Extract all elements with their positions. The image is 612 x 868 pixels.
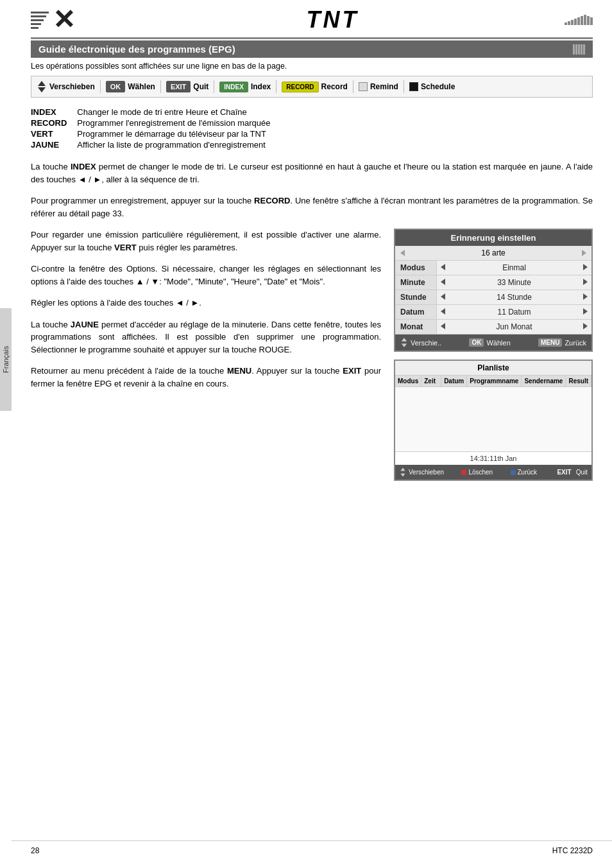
exit-badge: EXIT [166,81,191,92]
header-area: ✕ TNT [31,6,593,39]
schedule-color-box [409,82,418,91]
planliste-header: Modus Zeit Datum Programmname Sendername… [395,376,591,387]
erinnerung-footer-wahlen: OK Wählen [469,338,510,347]
key-vert: VERT [31,128,77,139]
epg-title: Guide électronique des programmes (EPG) [38,44,235,55]
btn-quit: EXIT Quit [166,81,208,92]
key-def-row: JAUNE Afficher la liste de programmation… [31,139,271,150]
minute-label: Minute [395,275,437,290]
planliste-footer-verschieben: Verschieben [399,467,444,478]
erinnerung-footer: Verschie.. OK Wählen MENU Zurück [395,334,591,351]
remind-color-box [359,82,368,91]
paragraph-3c: Régler les options à l'aide des touches … [31,297,381,309]
modus-right-icon [579,261,591,275]
monat-value: Jun Monat [449,320,579,334]
erinnerung-row-minute: Minute 33 Minute [395,275,591,290]
key-jaune: JAUNE [31,139,77,150]
planliste-title: Planliste [395,361,591,376]
wahlen-label: Wählen [128,82,155,91]
col-datum: Datum [441,376,467,386]
paragraph-4: La touche JAUNE permet d'accéder au régl… [31,318,381,356]
btn-remind: Remind [359,82,398,91]
left-arrow-icon [400,250,405,256]
paragraph-3b: Ci-contre la fenêtre des Options. Si néc… [31,263,381,288]
verschieben-label: Verschieben [49,82,95,91]
monat-label: Monat [395,320,437,334]
blue-badge-icon [511,470,516,475]
datum-right-icon [579,305,591,319]
button-bar: Verschieben OK Wählen EXIT Quit INDEX In… [31,76,593,98]
erinnerung-title: Erinnerung einstellen [395,230,591,246]
ok-badge: OK [106,81,126,92]
col-modus: Modus [395,376,421,386]
loschen-label: Löschen [468,469,493,476]
erinnerung-row-datum: Datum 11 Datum [395,305,591,320]
menu-mini-badge: MENU [538,338,562,347]
erinnerung-row-modus: Modus Einmal [395,261,591,275]
arrow-up-icon [38,81,46,86]
paragraph-5: Retourner au menu précédent à l'aide de … [31,365,381,390]
btn-schedule: Schedule [409,82,455,91]
btn-record: RECORD Record [282,82,348,92]
key-record: RECORD [31,117,77,128]
tnt-title: TNT [101,6,565,33]
wahlen-footer-label: Wählen [486,339,510,347]
schedule-label: Schedule [421,82,455,91]
index-badge: INDEX [219,82,248,92]
paragraph-1: La touche INDEX permet de changer le mod… [31,161,593,186]
datum-label: Datum [395,305,437,319]
key-definitions: INDEX Changer le mode de tri entre Heure… [31,107,593,150]
stunde-label: Stunde [395,290,437,304]
remind-label: Remind [370,82,398,91]
minute-value: 33 Minute [449,275,579,290]
erinnerung-footer-zuruck: MENU Zurück [538,338,586,347]
datum-value: 11 Datum [449,305,579,319]
verschieben-footer-label: Verschie.. [411,339,441,347]
right-column: Erinnerung einstellen 16 arte Modus Einm… [394,229,593,481]
stunde-left-icon [437,290,449,304]
btn-verschieben: Verschieben [38,81,95,92]
btn-wahlen: OK Wählen [106,81,155,92]
planliste-date: 14:31:11th Jan [395,451,591,465]
key-vert-desc: Programmer le démarrage du téléviseur pa… [77,128,270,139]
key-index-desc: Changer le mode de tri entre Heure et Ch… [77,107,270,117]
datum-left-icon [437,305,449,319]
page-footer: 28 HTC 2232D [12,840,612,855]
verschieben-planliste-label: Verschieben [409,469,444,476]
page-number: 28 [31,846,39,855]
key-jaune-desc: Afficher la liste de programmation d'enr… [77,139,270,150]
exit-mini-badge: EXIT [554,468,574,476]
ok-mini-badge: OK [469,338,484,347]
erinnerung-row-stunde: Stunde 14 Stunde [395,290,591,305]
quit-label: Quit [193,82,208,91]
zuruck-footer-label: Zurück [565,339,586,347]
left-column: Pour regarder une émission particulière … [31,229,381,481]
epg-title-bar: Guide électronique des programmes (EPG) [31,40,593,58]
planliste-footer-quit: EXIT Quit [554,468,588,476]
erinnerung-row-monat: Monat Jun Monat [395,320,591,334]
col-zeit: Zeit [421,376,441,386]
zuruck-planliste-label: Zurück [518,469,538,476]
key-record-desc: Programmer l'enregistrement de l'émissio… [77,117,270,128]
subtitle-line: Les opérations possibles sont affichées … [31,58,593,76]
red-badge-icon [461,470,466,475]
logo-lines [31,12,49,29]
header-decoration [565,15,593,25]
main-content: Pour regarder une émission particulière … [31,229,593,481]
modus-left-icon [437,261,449,275]
erinnerung-footer-verschieben: Verschie.. [400,337,441,348]
key-def-row: RECORD Programmer l'enregistrement de l'… [31,117,271,128]
col-sendername: Sendername [522,376,566,386]
btn-index: INDEX Index [219,82,271,92]
stunde-right-icon [579,290,591,304]
modus-value: Einmal [449,261,579,275]
stunde-value: 14 Stunde [449,290,579,304]
index-label: Index [251,82,271,91]
planliste-box: Planliste Modus Zeit Datum Programmname … [394,360,593,481]
minute-right-icon [579,275,591,290]
right-arrow-icon [582,250,586,256]
logo-area: ✕ [31,6,88,33]
epg-title-dots [573,44,585,55]
key-index: INDEX [31,107,77,117]
record-label: Record [321,82,348,91]
